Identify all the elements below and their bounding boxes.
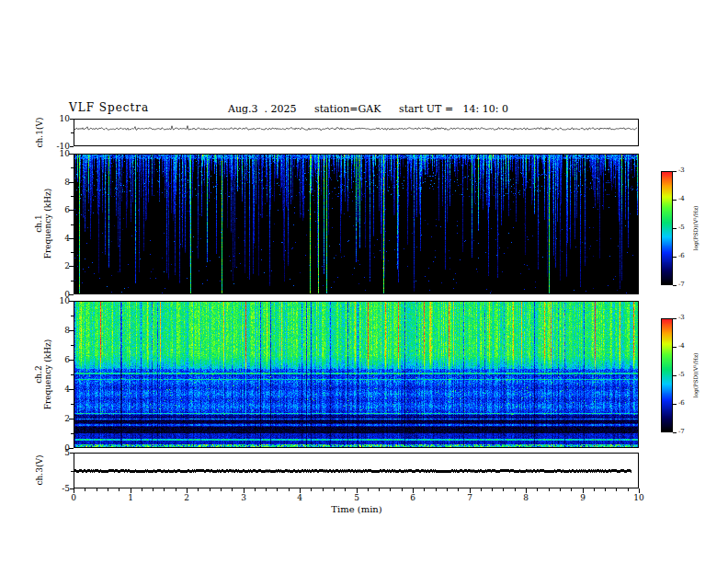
ch2-label-line1: ch.2 (34, 319, 43, 430)
x-minor-tick-mark (221, 488, 222, 491)
ch1-voltage-axis-label-text: ch.1(V) (35, 118, 44, 148)
colorbar-tick-mark (673, 347, 677, 348)
x-minor-tick-mark (594, 488, 595, 491)
y-tick-mark (70, 146, 74, 147)
date-label: Aug.3 . 2025 (228, 103, 297, 115)
figure-title: VLF Spectra (69, 101, 149, 114)
y-tick-label: 10 (48, 114, 70, 123)
ch1-colorbar (661, 171, 673, 285)
x-tick-label: 3 (233, 493, 255, 502)
x-minor-tick-mark (605, 488, 606, 491)
y-tick-label: 8 (48, 326, 70, 335)
x-minor-tick-mark (390, 488, 391, 491)
colorbar-tick-label: -7 (678, 428, 685, 435)
ch1-spectrogram-panel (74, 154, 639, 294)
y-tick-label: 5 (48, 448, 70, 457)
vlf-spectra-figure: VLF Spectra Aug.3 . 2025 station=GAK sta… (0, 0, 728, 563)
y-tick-mark (70, 119, 74, 120)
ch1-voltage-panel (74, 119, 639, 146)
x-minor-tick-mark (289, 488, 290, 491)
colorbar-tick-label: -7 (678, 281, 685, 288)
y-tick-mark (71, 345, 74, 346)
y-tick-mark (71, 374, 74, 375)
x-minor-tick-mark (549, 488, 550, 491)
x-minor-tick-mark (515, 488, 516, 491)
ch1-colorbar-label: log(PSD)(V²/Hz) (692, 187, 700, 270)
colorbar-tick-mark (673, 318, 677, 319)
x-minor-tick-mark (198, 488, 199, 491)
colorbar-tick-mark (673, 257, 677, 258)
colorbar-tick-label: -4 (678, 195, 685, 202)
x-minor-tick-mark (108, 488, 108, 491)
y-tick-label: -5 (48, 484, 70, 493)
y-tick-mark (71, 167, 74, 168)
y-tick-label: 6 (48, 205, 70, 214)
x-minor-tick-mark (458, 488, 459, 491)
y-tick-label: 4 (48, 385, 70, 394)
x-tick-label: 5 (346, 493, 368, 502)
x-minor-tick-mark (424, 488, 425, 491)
y-tick-label: 2 (48, 261, 70, 270)
x-minor-tick-mark (277, 488, 278, 491)
x-minor-tick-mark (142, 488, 142, 491)
x-minor-tick-mark (436, 488, 437, 491)
time-axis-label: Time (min) (315, 504, 398, 514)
ch1-colorbar-label-text: log(PSD)(V²/Hz) (692, 206, 699, 251)
x-minor-tick-mark (97, 488, 97, 491)
x-minor-tick-mark (571, 488, 572, 491)
colorbar-tick-mark (673, 375, 677, 376)
start-ut-label: start UT = 14: 10: 0 (399, 103, 508, 115)
x-minor-tick-mark (345, 488, 346, 491)
ch1-voltage-axis-label: ch.1(V) (35, 105, 46, 160)
x-minor-tick-mark (368, 488, 369, 491)
x-minor-tick-mark (232, 488, 233, 491)
x-minor-tick-mark (379, 488, 380, 491)
y-tick-mark (71, 316, 74, 316)
colorbar-tick-label: -3 (678, 167, 685, 174)
x-minor-tick-mark (503, 488, 504, 491)
y-tick-mark (71, 252, 74, 253)
y-tick-label: 4 (48, 234, 70, 243)
x-minor-tick-mark (176, 488, 176, 491)
x-tick-label: 4 (289, 493, 311, 502)
colorbar-tick-label: -5 (678, 371, 685, 378)
ch3-voltage-panel (74, 453, 639, 488)
y-tick-mark (70, 488, 74, 489)
colorbar-tick-label: -5 (678, 224, 685, 231)
y-tick-mark (71, 404, 74, 405)
colorbar-tick-mark (673, 432, 677, 433)
ch1-spectrogram-canvas (74, 155, 638, 293)
y-tick-mark (71, 433, 74, 434)
y-tick-mark (71, 196, 74, 197)
y-minor-tick-mark (71, 132, 74, 133)
colorbar-tick-label: -4 (678, 342, 685, 350)
x-minor-tick-mark (537, 488, 538, 491)
ch3-voltage-axis-label-text: ch.3(V) (35, 455, 44, 486)
ch2-colorbar (661, 318, 673, 432)
colorbar-tick-mark (673, 285, 677, 286)
x-minor-tick-mark (492, 488, 493, 491)
x-minor-tick-mark (447, 488, 448, 491)
ch1-label-line1: ch.1 (34, 168, 43, 279)
x-minor-tick-mark (402, 488, 403, 491)
colorbar-tick-mark (673, 171, 677, 172)
ch2-label-line2: Frequency (kHz) (43, 319, 52, 430)
colorbar-tick-mark (673, 200, 677, 201)
colorbar-tick-label: -3 (678, 314, 685, 321)
ch2-spectrogram-panel (74, 301, 639, 448)
ch2-spectrogram-canvas (74, 302, 638, 447)
ch3-voltage-axis-label: ch.3(V) (35, 442, 46, 498)
x-minor-tick-mark (311, 488, 312, 491)
x-minor-tick-mark (334, 488, 335, 491)
ch2-colorbar-label-text: log(PSD)(V²/Hz) (692, 353, 699, 398)
y-tick-label: -10 (48, 142, 70, 151)
colorbar-tick-mark (673, 228, 677, 229)
x-minor-tick-mark (560, 488, 561, 491)
y-tick-mark (71, 224, 74, 225)
y-tick-mark (70, 453, 74, 454)
y-minor-tick-mark (71, 471, 74, 472)
x-tick-label: 2 (176, 493, 198, 502)
station-label: station=GAK (314, 103, 381, 115)
colorbar-tick-mark (673, 404, 677, 405)
x-minor-tick-mark (323, 488, 324, 491)
